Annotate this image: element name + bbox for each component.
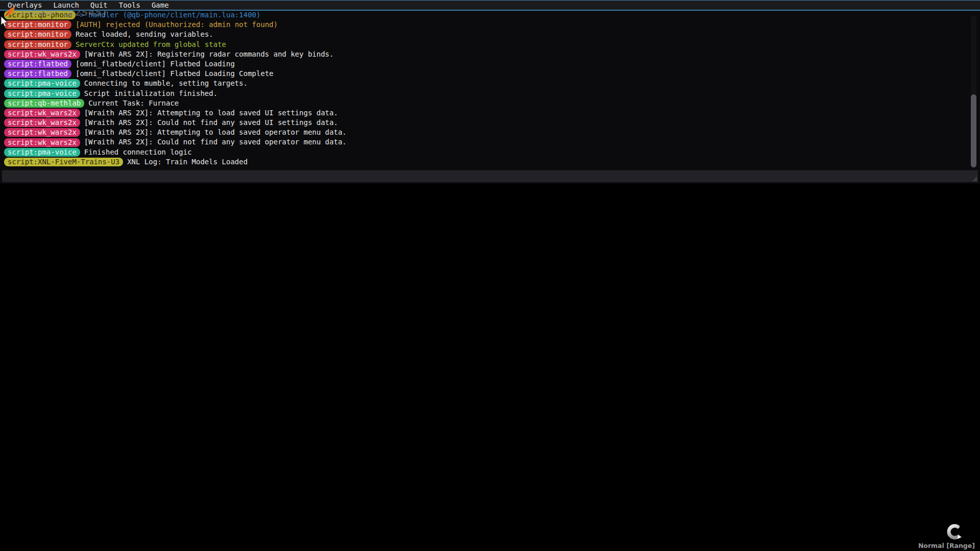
log-message: [omni_flatbed/client] Flatbed Loading Co… xyxy=(76,69,274,79)
menu-launch[interactable]: Launch xyxy=(47,1,85,10)
log-script-badge: script:pma-voice xyxy=(4,148,80,157)
log-message: [AUTH] rejected (Unauthorized: admin not… xyxy=(76,20,278,30)
log-message: Current Task: Furnace xyxy=(88,98,179,108)
log-script-badge: script:qb-methlab xyxy=(4,99,84,108)
voice-range-label: Normal [Range] xyxy=(914,542,977,549)
log-row: script:monitorReact loaded, sending vari… xyxy=(0,30,969,39)
console-log: script:qb-phone> handler (@qb-phone/clie… xyxy=(0,10,969,167)
log-script-badge: script:monitor xyxy=(4,20,71,29)
log-script-badge: script:wk_wars2x xyxy=(4,109,80,117)
log-message: XNL Log: Train Models Loaded xyxy=(127,157,248,167)
log-row: script:pma-voiceConnecting to mumble, se… xyxy=(0,79,969,88)
menu-game[interactable]: Game xyxy=(146,1,175,10)
log-row: script:pma-voiceFinished connection logi… xyxy=(0,147,969,157)
log-message: ServerCtx updated from global state xyxy=(76,40,226,49)
log-script-badge: script:wk_wars2x xyxy=(4,50,80,59)
log-message: Finished connection logic xyxy=(84,147,192,157)
console-scrollbar-thumb[interactable] xyxy=(971,94,976,167)
log-script-badge: script:pma-voice xyxy=(4,89,80,98)
log-message: Script initialization finished. xyxy=(84,89,217,98)
log-row: script:wk_wars2x[Wraith ARS 2X]: Could n… xyxy=(0,118,969,128)
menu-quit[interactable]: Quit xyxy=(85,1,113,10)
log-script-badge: script:wk_wars2x xyxy=(4,118,80,127)
log-row: script:wk_wars2x[Wraith ARS 2X]: Could n… xyxy=(0,137,969,147)
log-row: script:monitorServerCtx updated from glo… xyxy=(0,40,969,49)
resize-grip[interactable] xyxy=(972,177,977,181)
log-message: [omni_flatbed/client] Flatbed Loading xyxy=(76,59,235,69)
log-script-badge: script:flatbed xyxy=(4,60,71,68)
log-script-badge: script:pma-voice xyxy=(4,79,80,88)
menu-tools[interactable]: Tools xyxy=(113,1,146,10)
voice-range-indicator: Normal [Range] xyxy=(914,523,977,549)
log-row: script:XNL-FiveM-Trains-U3XNL Log: Train… xyxy=(0,157,969,167)
log-message: React loaded, sending variables. xyxy=(76,30,213,39)
log-script-badge: script:XNL-FiveM-Trains-U3 xyxy=(4,158,123,166)
console-scrollbar[interactable] xyxy=(971,15,976,168)
log-script-badge: script:flatbed xyxy=(4,69,71,78)
voice-range-crescent-icon xyxy=(946,523,963,541)
log-row: script:flatbed[omni_flatbed/client] Flat… xyxy=(0,59,969,69)
log-script-badge: script:wk_wars2x xyxy=(4,128,80,137)
console-window: script:qb-phone> handler (@qb-phone/clie… xyxy=(0,0,980,184)
log-row: script:wk_wars2x[Wraith ARS 2X]: Attempt… xyxy=(0,108,969,118)
mouse-cursor-icon xyxy=(1,16,9,28)
log-row: script:monitor[AUTH] rejected (Unauthori… xyxy=(0,20,969,30)
log-message: [Wraith ARS 2X]: Attempting to load save… xyxy=(84,128,347,137)
log-script-badge: script:wk_wars2x xyxy=(4,138,80,147)
menubar: Overlays Launch Quit Tools Game xyxy=(0,0,980,11)
log-script-badge: script:monitor xyxy=(4,30,71,39)
log-row: script:qb-phone> handler (@qb-phone/clie… xyxy=(0,10,969,20)
log-row: script:wk_wars2x[Wraith ARS 2X]: Registe… xyxy=(0,49,969,59)
log-script-badge: script:monitor xyxy=(4,40,71,49)
log-message: [Wraith ARS 2X]: Attempting to load save… xyxy=(84,108,338,118)
log-row: script:pma-voiceScript initialization fi… xyxy=(0,89,969,98)
log-message: [Wraith ARS 2X]: Could not find any save… xyxy=(84,137,347,147)
log-row: script:qb-methlabCurrent Task: Furnace xyxy=(0,98,969,108)
log-row: script:flatbed[omni_flatbed/client] Flat… xyxy=(0,69,969,79)
log-message: > handler (@qb-phone/client/main.lua:140… xyxy=(80,10,260,20)
log-message: [Wraith ARS 2X]: Registering radar comma… xyxy=(84,49,334,59)
console-input[interactable] xyxy=(2,170,978,182)
log-row: script:wk_wars2x[Wraith ARS 2X]: Attempt… xyxy=(0,128,969,137)
console-input-bar xyxy=(2,170,978,182)
log-message: Connecting to mumble, setting targets. xyxy=(84,79,248,88)
log-message: [Wraith ARS 2X]: Could not find any save… xyxy=(84,118,338,128)
